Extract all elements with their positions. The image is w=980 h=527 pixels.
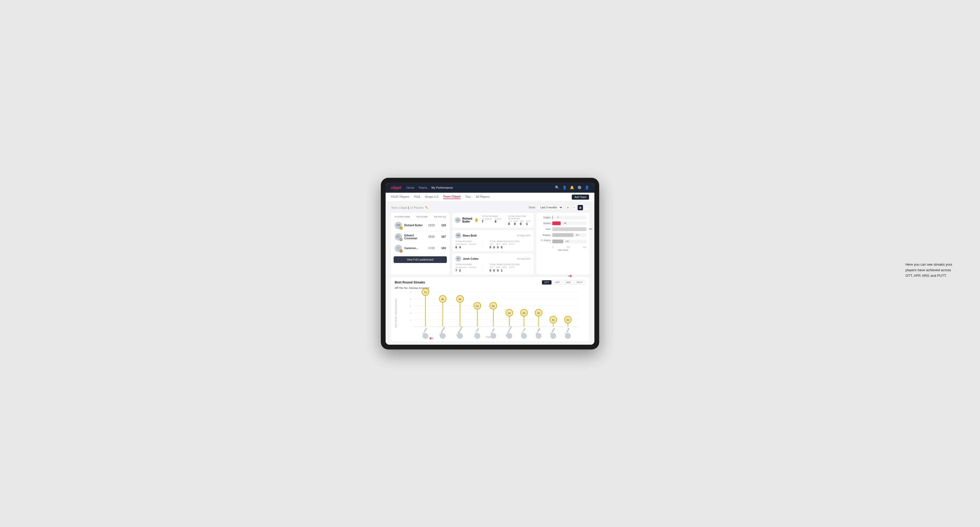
nav-my-performance[interactable]: My Performance [431,186,453,189]
grid-view-btn[interactable]: ⊞ [565,205,571,210]
nav-links: Home Teams My Performance [406,186,453,189]
bell-icon[interactable]: 🔔 [570,186,574,189]
view-leaderboard-button[interactable]: View Full Leaderboard [394,256,447,263]
bar-row-birdies: Birdies 96 [539,221,586,225]
bar-fill-bogeys: 311 [552,233,573,237]
card-header-josh: JC Josh Coles 26 Aug 2023 [455,256,530,262]
app-btn[interactable]: APP [552,280,562,284]
ott-label: OTT [508,221,512,222]
player-cards-panel: RB Richard Butler 1 Total Rounds Tournam… [452,213,534,275]
svg-text:5x: 5x [492,305,495,307]
svg-text:5x: 5x [476,305,479,307]
sub-nav-all-players[interactable]: All Players [476,195,490,199]
period-select[interactable]: Last 3 months [538,205,563,210]
rank-badge-3: 3 [399,249,402,252]
top-player-name: Richard Butler [462,217,474,223]
bar-label-dbogeys: D. Bogeys + [539,239,551,244]
practice-sub: Practice [469,243,476,245]
sort-view-btn[interactable]: ↕ [584,205,589,210]
putt-sub-josh: PUTT [509,266,515,268]
top-player-card: RB Richard Butler 1 Total Rounds Tournam… [452,213,534,227]
add-team-button[interactable]: Add Team [572,195,589,200]
streaks-controls: OTT APP ARG PUTT [542,280,585,284]
bar-value-bogeys: 311 [576,234,579,236]
arg-sub-josh: ARG [502,266,507,268]
col-player-name: PLAYER NAME [395,216,410,218]
nav-right: 🔍 👤 🔔 ⚙️ 👤 [555,186,589,189]
sub-nav-team-clippd[interactable]: Team Clippd [443,195,460,199]
card-name-josh: JC Josh Coles [455,256,479,262]
putt-btn[interactable]: PUTT [574,280,585,284]
player-name-edward[interactable]: Edward Crossman [404,234,425,240]
team-controls: Show Last 3 months ⊞ ≡ ▦ ↕ [529,205,589,210]
arg-val: 0 [520,222,524,225]
ott-btn[interactable]: OTT [542,280,552,284]
avatar-icon[interactable]: 👤 [585,186,589,189]
svg-text:7: 7 [410,291,412,294]
app-val-josh: 0 [493,269,495,272]
sub-nav-tour[interactable]: Tour [465,195,471,199]
streak-svg-chart: 7 6 5 4 3 7x E. Ebert 6 [399,292,585,327]
streaks-title: Best Round Streaks [395,281,425,284]
list-view-btn[interactable]: ≡ [571,205,577,210]
bar-chart: Eagles 3 Birdies [539,216,586,251]
ott-sub: OTT [490,243,494,245]
svg-text:5: 5 [410,305,412,307]
user-icon[interactable]: 👤 [562,186,567,189]
sub-nav-pgat[interactable]: PGAT Players [391,195,409,199]
col-pb-avg: PB AVG SQ [434,216,446,218]
chart-x-axis: 0 200 400 [539,246,586,248]
player-dot-9 [550,333,556,339]
player-name-cameron[interactable]: Cameron... [404,247,425,250]
practice-val: 6 [495,220,501,223]
sub-nav-hcaps[interactable]: Hcaps 1-5 [425,195,438,199]
divider [483,240,483,249]
tablet-frame: clippd Home Teams My Performance 🔍 👤 🔔 ⚙… [381,178,599,349]
bar-track-eagles: 3 [552,216,586,219]
card-date-josh: 26 Aug 2023 [517,257,530,260]
search-icon[interactable]: 🔍 [555,186,559,189]
table-view-btn[interactable]: ▦ [578,205,583,210]
player-card-rees: RB Rees Britt 02 Sep 2023 Total Rounds T… [452,230,534,251]
rounds-group: Total Rounds Tournament Practice 8 4 [455,240,476,249]
nav-home[interactable]: Home [406,186,414,189]
bar-track-pars: 499 [552,227,586,231]
bar-track-dbogeys: 131 [552,240,586,243]
player-name-richard[interactable]: Richard Butler [404,224,425,227]
bar-row-bogeys: Bogeys 311 [539,233,586,237]
arg-sub: ARG [502,243,507,245]
avatar-edward: EC 2 [395,233,402,241]
svg-text:4x: 4x [522,312,525,314]
main-content: Team Clippd | 14 Players ✏️ Show Last 3 … [386,202,594,344]
arg-val-josh: 0 [497,269,498,272]
tablet-screen: clippd Home Teams My Performance 🔍 👤 🔔 ⚙… [386,183,594,344]
x-label-400: 400 [583,246,586,248]
app-sub-josh: APP [496,266,500,268]
bar-track-birdies: 96 [552,221,586,225]
bar-track-bogeys: 311 [552,233,586,237]
arg-btn[interactable]: ARG [563,280,573,284]
top-rank: 1 [476,218,478,222]
settings-icon[interactable]: ⚙️ [578,186,582,189]
svg-text:4: 4 [410,312,412,314]
sub-nav-pga[interactable]: PGA [414,195,420,199]
x-label-0: 0 [552,246,554,248]
rounds-group-josh: Total Rounds Tournament Practice 7 2 [455,263,476,272]
player-dot-6 [506,333,512,339]
activities-label: Total Practice Activities [490,240,520,243]
practice-value: 4 [459,246,461,249]
player-row: C 3 Cameron... 17/20 103 [394,243,447,254]
player-dot-7 [521,333,527,339]
view-icons: ⊞ ≡ ▦ ↕ [565,205,589,210]
card-stats-josh: Total Rounds Tournament Practice 7 2 [455,263,530,272]
putt-val-josh: 1 [501,269,503,272]
total-rounds-label: Total Rounds [482,215,501,217]
edit-icon[interactable]: ✏️ [425,206,428,209]
player-dot-10 [565,333,571,339]
streak-chart-area: Best Streak, Fairway Accuracy 7 6 5 [395,292,585,335]
avatar-richard: RB 1 [395,222,402,229]
top-avatar: RB [455,217,461,223]
two-col-layout: PLAYER NAME PB SCORE PB AVG SQ RB 1 Rich… [391,213,589,275]
tournament-value: 8 [455,246,457,249]
nav-teams[interactable]: Teams [418,186,427,189]
